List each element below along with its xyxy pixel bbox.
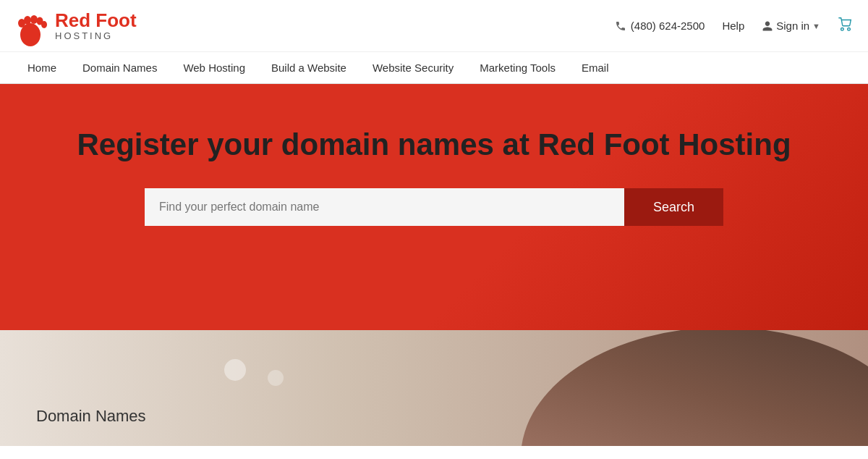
light-decoration-2	[268, 370, 284, 386]
logo-text: Red Foot HOSTING	[55, 10, 137, 41]
phone-number: (480) 624-2500	[631, 20, 705, 32]
help-link[interactable]: Help	[722, 20, 744, 32]
nav-item-website-security[interactable]: Website Security	[359, 52, 467, 84]
svg-point-3	[30, 15, 38, 24]
brand-name-line1: Red Foot	[55, 10, 137, 31]
nav-item-marketing-tools[interactable]: Marketing Tools	[467, 52, 569, 84]
header: Red Foot HOSTING (480) 624-2500 Help Sig…	[0, 0, 868, 52]
light-decoration-1	[224, 359, 246, 381]
header-right: (480) 624-2500 Help Sign in ▼	[615, 16, 854, 36]
nav-item-build-a-website[interactable]: Build a Website	[258, 52, 359, 84]
logo-link[interactable]: Red Foot HOSTING	[14, 4, 137, 48]
phone-link[interactable]: (480) 624-2500	[615, 20, 705, 32]
nav-item-web-hosting[interactable]: Web Hosting	[170, 52, 258, 84]
hero-search-bar: Search	[145, 188, 723, 226]
chevron-down-icon: ▼	[812, 22, 820, 30]
nav-item-domain-names[interactable]: Domain Names	[69, 52, 170, 84]
nav-item-email[interactable]: Email	[569, 52, 622, 84]
cart-icon	[838, 16, 854, 32]
svg-point-5	[41, 21, 47, 28]
main-nav: Home Domain Names Web Hosting Build a We…	[0, 52, 868, 84]
logo-icon	[14, 4, 49, 48]
phone-icon	[615, 20, 626, 32]
signin-label: Sign in	[776, 20, 809, 32]
svg-point-2	[24, 16, 31, 25]
cart-link[interactable]	[838, 16, 854, 36]
nav-item-home[interactable]: Home	[14, 52, 69, 84]
below-hero-section: Domain Names	[0, 330, 868, 446]
hero-title: Register your domain names at Red Foot H…	[14, 127, 854, 162]
hero-section: Register your domain names at Red Foot H…	[0, 84, 868, 330]
user-icon	[762, 20, 773, 32]
signin-link[interactable]: Sign in ▼	[762, 20, 820, 32]
brand-name-line2: HOSTING	[55, 31, 137, 41]
section-domain-names-label: Domain Names	[36, 407, 146, 426]
domain-search-button[interactable]: Search	[624, 188, 723, 226]
domain-search-input[interactable]	[145, 188, 624, 226]
